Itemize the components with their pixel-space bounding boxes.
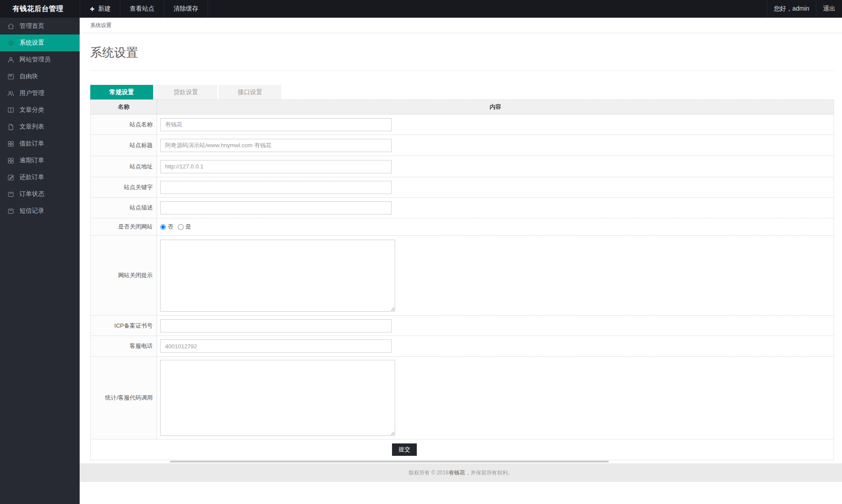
sidebar-item-label: 还款订单 xyxy=(19,173,44,181)
site-description-input[interactable] xyxy=(160,201,392,214)
field-label: 站点描述 xyxy=(91,198,157,218)
sidebar-item-home[interactable]: 管理首页 xyxy=(0,18,80,34)
bag-icon xyxy=(7,191,15,198)
sidebar: 管理首页 系统设置 网站管理员 自由块 xyxy=(0,18,80,504)
users-icon xyxy=(7,90,15,97)
field-label: 是否关闭网站 xyxy=(91,218,157,235)
service-phone-input[interactable] xyxy=(160,340,392,353)
field-label: 网站关闭提示 xyxy=(91,236,157,315)
tab-loan-settings[interactable]: 贷款设置 xyxy=(154,85,217,99)
topbar-menu: 新建 查看站点 清除缓存 xyxy=(80,0,208,18)
sidebar-item-system-settings[interactable]: 系统设置 xyxy=(0,34,80,51)
sidebar-item-label: 系统设置 xyxy=(19,39,44,47)
sidebar-item-label: 文章分类 xyxy=(19,106,44,114)
radio-label-no: 否 xyxy=(168,223,173,231)
copyright-brand: 有钱花 xyxy=(449,469,465,477)
breadcrumb: 系统设置 xyxy=(80,18,842,33)
sidebar-item-label: 订单状态 xyxy=(19,190,44,198)
new-button-label: 新建 xyxy=(98,5,111,13)
table-row: 网站关闭提示 xyxy=(91,236,834,316)
sidebar-item-label: 自由块 xyxy=(19,73,38,80)
sidebar-item-overdue-orders[interactable]: 逾期订单 xyxy=(0,152,80,169)
view-site-label: 查看站点 xyxy=(130,5,154,13)
gear-icon xyxy=(7,39,15,47)
settings-tabs: 常规设置 贷款设置 接口设置 xyxy=(90,85,834,99)
title-divider xyxy=(90,70,834,71)
sidebar-item-free-block[interactable]: 自由块 xyxy=(0,68,80,85)
site-name-input[interactable] xyxy=(160,118,392,131)
edit-icon xyxy=(7,174,15,181)
field-label: ICP备案证书号 xyxy=(91,316,157,336)
sidebar-item-label: 文章列表 xyxy=(19,123,44,131)
sidebar-item-loan-orders[interactable]: 借款订单 xyxy=(0,135,80,152)
sidebar-item-label: 管理首页 xyxy=(19,22,44,30)
table-row: 是否关闭网站 否 是 xyxy=(91,218,834,236)
table-row: 站点地址 xyxy=(91,156,834,177)
footer: 版权所有 © 2018 有钱花 ，并保留所有权利。 xyxy=(80,463,842,482)
home-icon xyxy=(7,23,15,30)
close-site-message-textarea[interactable] xyxy=(160,240,395,312)
grid-icon xyxy=(7,140,15,148)
grid-icon xyxy=(7,157,15,164)
field-label: 站点名称 xyxy=(91,115,157,134)
app-title: 有钱花后台管理 xyxy=(0,0,80,18)
copyright-suffix: ，并保留所有权利。 xyxy=(465,469,513,477)
file-icon xyxy=(7,123,15,131)
clear-cache-button[interactable]: 清除缓存 xyxy=(164,0,208,18)
icp-number-input[interactable] xyxy=(160,319,392,332)
sidebar-item-label: 借款订单 xyxy=(19,140,44,148)
table-row: 站点描述 xyxy=(91,198,834,218)
logout-button[interactable]: 退出 xyxy=(816,0,842,18)
horizontal-scrollbar[interactable] xyxy=(170,461,609,462)
copyright-prefix: 版权所有 © 2018 xyxy=(408,469,448,477)
sidebar-item-article-categories[interactable]: 文章分类 xyxy=(0,102,80,118)
close-site-radio-no[interactable] xyxy=(160,224,166,230)
table-row: 统计/客服代码调用 xyxy=(91,357,834,439)
new-button[interactable]: 新建 xyxy=(80,0,120,18)
table-header-row: 名称 内容 xyxy=(91,100,834,115)
field-label: 客服电话 xyxy=(91,336,157,356)
book-icon xyxy=(7,107,15,114)
field-label: 站点地址 xyxy=(91,156,157,177)
table-row: 站点关键字 xyxy=(91,177,834,198)
site-url-input[interactable] xyxy=(160,160,392,173)
field-label: 站点关键字 xyxy=(91,177,157,197)
table-row: 站点名称 xyxy=(91,115,834,135)
field-label: 统计/客服代码调用 xyxy=(91,357,157,439)
topbar-spacer xyxy=(208,0,767,18)
sidebar-item-site-admin[interactable]: 网站管理员 xyxy=(0,51,80,68)
table-row: 站点标题 xyxy=(91,135,834,156)
close-site-radio-yes[interactable] xyxy=(178,224,184,230)
table-row: ICP备案证书号 xyxy=(91,316,834,336)
sidebar-item-sms-records[interactable]: 短信记录 xyxy=(0,202,80,219)
message-icon xyxy=(7,207,15,215)
submit-row: 提交 xyxy=(91,439,834,460)
site-title-input[interactable] xyxy=(160,139,392,152)
user-greeting[interactable]: 您好，admin xyxy=(767,0,816,18)
sidebar-item-label: 用户管理 xyxy=(19,89,44,97)
sidebar-item-article-list[interactable]: 文章列表 xyxy=(0,118,80,135)
block-icon xyxy=(7,73,15,80)
topbar-right: 您好，admin 退出 xyxy=(767,0,842,18)
analytics-code-textarea[interactable] xyxy=(160,360,395,436)
sidebar-item-user-management[interactable]: 用户管理 xyxy=(0,85,80,102)
topbar: 有钱花后台管理 新建 查看站点 清除缓存 您好，admin 退出 xyxy=(0,0,842,18)
radio-label-yes: 是 xyxy=(185,223,191,231)
tab-general-settings[interactable]: 常规设置 xyxy=(90,85,153,99)
sidebar-item-label: 网站管理员 xyxy=(19,56,50,64)
plus-icon xyxy=(89,6,95,12)
sidebar-item-order-status[interactable]: 订单状态 xyxy=(0,186,80,202)
page-title: 系统设置 xyxy=(90,33,834,61)
site-keywords-input[interactable] xyxy=(160,181,392,194)
header-content-col: 内容 xyxy=(157,100,834,114)
sidebar-item-label: 短信记录 xyxy=(19,207,44,215)
clear-cache-label: 清除缓存 xyxy=(173,5,198,13)
sidebar-item-repayment-orders[interactable]: 还款订单 xyxy=(0,169,80,186)
table-row: 客服电话 xyxy=(91,336,834,357)
tab-api-settings[interactable]: 接口设置 xyxy=(219,85,281,99)
view-site-button[interactable]: 查看站点 xyxy=(120,0,164,18)
settings-form-table: 名称 内容 站点名称 站点标题 站点地址 站点关键字 站点描述 xyxy=(90,99,834,460)
submit-button[interactable]: 提交 xyxy=(392,443,417,456)
field-label: 站点标题 xyxy=(91,135,157,156)
header-name-col: 名称 xyxy=(91,100,157,114)
